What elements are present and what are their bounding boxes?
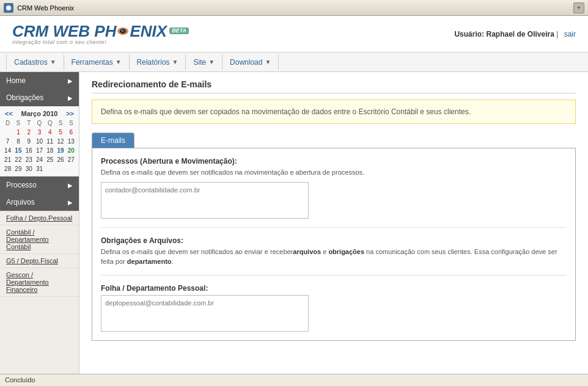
folha-title: Folha / Departamento Pessoal:	[101, 284, 567, 293]
cal-day[interactable]: 20	[66, 146, 76, 155]
logo-eye-icon	[117, 27, 129, 35]
sidebar-link-folha[interactable]: Folha / Depto.Pessoal	[0, 211, 79, 225]
chevron-down-icon: ▼	[172, 59, 178, 65]
cal-day[interactable]: 19	[55, 146, 65, 155]
sidebar-link-contabil[interactable]: Contábil / Departamento Contábil	[0, 225, 79, 254]
window-title: CRM Web Phoenix	[17, 4, 570, 12]
cal-day[interactable]: 16	[24, 146, 34, 155]
cal-day[interactable]: 1	[13, 128, 23, 137]
sidebar-item-files[interactable]: Arquivos ▶	[0, 194, 79, 211]
cal-day[interactable]: 5	[55, 128, 65, 137]
calendar: << Março 2010 >> D S T Q Q S S	[0, 106, 79, 177]
process-title: Processos (Abertura e Movimentação):	[101, 157, 567, 166]
nav-cadastros[interactable]: Cadastros ▼	[6, 54, 64, 70]
cal-day[interactable]: 6	[66, 128, 76, 137]
process-email-input[interactable]	[101, 182, 309, 219]
process-desc: Defina os e-mails que devem ser notifica…	[101, 168, 567, 177]
app-container: CRM WEB PH ENIX BETA integração total co…	[0, 16, 588, 386]
obligations-desc: Defina os e-mails que devem ser notifica…	[101, 247, 567, 266]
sidebar-item-process[interactable]: Processo ▶	[0, 177, 79, 194]
tab-emails[interactable]: E-mails	[92, 133, 134, 148]
cal-day[interactable]: 26	[55, 155, 65, 164]
cal-day[interactable]: 11	[45, 137, 55, 146]
cal-day[interactable]: 23	[24, 155, 34, 164]
chevron-down-icon: ▼	[50, 59, 56, 65]
user-area: Usuário: Raphael de Oliveira | sair	[454, 30, 576, 38]
cal-header-t: T	[24, 118, 34, 128]
cal-day[interactable]: 24	[34, 155, 45, 164]
cal-day[interactable]: 21	[2, 155, 13, 164]
status-text: Concluído	[5, 376, 35, 384]
cal-day[interactable]: 27	[66, 155, 76, 164]
email-section: Processos (Abertura e Movimentação): Def…	[92, 148, 576, 341]
nav-relatorios[interactable]: Relatórios ▼	[130, 54, 186, 70]
calendar-prev-button[interactable]: <<	[5, 110, 13, 117]
tab-bar: E-mails	[92, 133, 576, 148]
cal-day[interactable]: 14	[2, 146, 13, 155]
cal-day[interactable]: 9	[24, 137, 34, 146]
user-label: Usuário:	[454, 30, 484, 38]
logout-link[interactable]: sair	[564, 30, 576, 38]
cal-day-today[interactable]: 15	[13, 146, 23, 155]
sidebar-link-gescon[interactable]: Gescon / Departamento Financeiro	[0, 268, 79, 297]
cal-day[interactable]	[55, 164, 65, 173]
cal-header-s: S	[13, 118, 23, 128]
cal-day[interactable]	[2, 128, 13, 137]
chevron-right-icon: ▶	[68, 95, 73, 101]
sidebar-item-home[interactable]: Home ▶	[0, 72, 79, 89]
beta-badge: BETA	[169, 27, 189, 34]
cal-header-q2: Q	[45, 118, 55, 128]
chevron-right-icon: ▶	[68, 199, 73, 206]
svg-point-4	[122, 29, 123, 31]
content-wrapper: Home ▶ Obrigações ▶ << Março 2010 >> D	[0, 72, 588, 374]
cal-day[interactable]: 8	[13, 137, 23, 146]
divider2	[101, 275, 567, 275]
calendar-grid: D S T Q Q S S 1 2	[2, 118, 76, 173]
sidebar-item-obligations[interactable]: Obrigações ▶	[0, 89, 79, 106]
info-box: Defina os e-mails que devem ser copiados…	[92, 100, 576, 124]
folha-section: Folha / Departamento Pessoal:	[101, 284, 567, 332]
logo: CRM WEB PH ENIX BETA integração total co…	[12, 23, 189, 45]
page-title: Redirecionamento de E-mails	[92, 79, 576, 93]
cal-day[interactable]: 3	[34, 128, 45, 137]
nav-download[interactable]: Download ▼	[222, 54, 279, 70]
user-name: Raphael de Oliveira	[486, 30, 554, 38]
sidebar-links: Folha / Depto.Pessoal Contábil / Departa…	[0, 211, 79, 297]
cal-day[interactable]: 18	[45, 146, 55, 155]
chevron-down-icon: ▼	[265, 59, 271, 65]
cal-day[interactable]: 22	[13, 155, 23, 164]
cal-day[interactable]: 10	[34, 137, 45, 146]
window-icon	[4, 3, 13, 13]
cal-day[interactable]	[66, 164, 76, 173]
cal-day[interactable]: 17	[34, 146, 45, 155]
cal-day[interactable]: 12	[55, 137, 65, 146]
cal-day[interactable]: 2	[24, 128, 34, 137]
cal-day[interactable]: 4	[45, 128, 55, 137]
status-bar: Concluído	[0, 374, 588, 386]
folha-email-input[interactable]	[101, 295, 309, 332]
nav-bar: Cadastros ▼ Ferramentas ▼ Relatórios ▼ S…	[0, 53, 588, 72]
cal-header-s2: S	[55, 118, 65, 128]
process-section: Processos (Abertura e Movimentação): Def…	[101, 157, 567, 219]
cal-day[interactable]	[45, 164, 55, 173]
cal-day[interactable]: 29	[13, 164, 23, 173]
calendar-month-year: Março 2010	[21, 110, 58, 117]
nav-site[interactable]: Site ▼	[186, 54, 222, 70]
cal-day[interactable]: 13	[66, 137, 76, 146]
cal-header-s3: S	[66, 118, 76, 128]
obligations-title: Obrigações e Arquivos:	[101, 236, 567, 245]
header: CRM WEB PH ENIX BETA integração total co…	[0, 16, 588, 53]
calendar-next-button[interactable]: >>	[66, 110, 74, 117]
cal-day[interactable]: 25	[45, 155, 55, 164]
cal-day[interactable]: 7	[2, 137, 13, 146]
main-content: Redirecionamento de E-mails Defina os e-…	[79, 72, 588, 374]
chevron-down-icon: ▼	[116, 59, 122, 65]
cal-day[interactable]: 30	[24, 164, 34, 173]
cal-day[interactable]: 31	[34, 164, 45, 173]
add-tab-button[interactable]: +	[573, 2, 584, 13]
sidebar-link-g5[interactable]: G5 / Depto.Fiscal	[0, 254, 79, 268]
logo-tagline: integração total com o seu cliente!	[12, 39, 106, 45]
chevron-right-icon: ▶	[68, 182, 73, 189]
cal-day[interactable]: 28	[2, 164, 13, 173]
nav-ferramentas[interactable]: Ferramentas ▼	[64, 54, 130, 70]
